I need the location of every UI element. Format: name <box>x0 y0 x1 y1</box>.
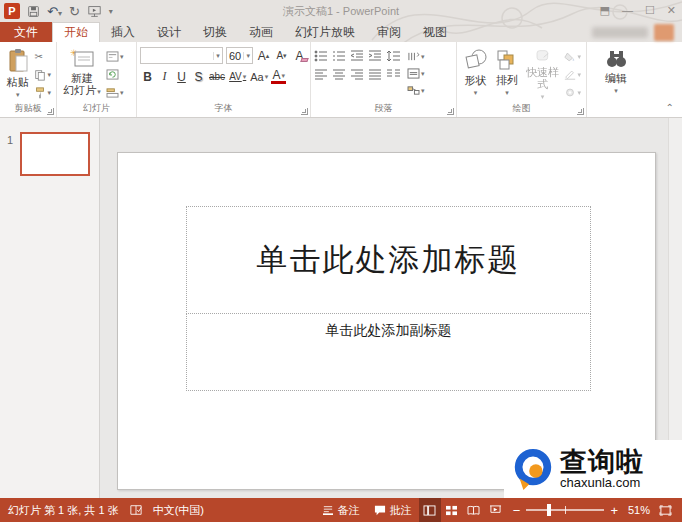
shape-fill-icon <box>564 51 576 62</box>
collapse-ribbon-icon[interactable]: ⌃ <box>666 102 674 113</box>
section-button[interactable] <box>104 85 126 100</box>
format-painter-button[interactable] <box>32 85 53 100</box>
language-indicator[interactable]: 中文(中国) <box>153 503 204 518</box>
subtitle-placeholder[interactable]: 单击此处添加副标题 <box>186 313 591 391</box>
save-icon[interactable] <box>27 5 40 18</box>
shapes-button[interactable]: 形状 <box>460 45 491 103</box>
bullets-icon[interactable] <box>314 50 328 62</box>
start-slideshow-icon[interactable] <box>87 5 102 18</box>
align-left-icon[interactable] <box>314 68 328 80</box>
text-shadow-button[interactable]: S <box>191 68 206 85</box>
columns-icon[interactable] <box>386 68 401 80</box>
italic-button[interactable]: I <box>157 68 172 85</box>
tab-transitions[interactable]: 切换 <box>192 22 238 42</box>
slide-thumbnail-pane: 1 <box>0 118 100 498</box>
reset-slide-button[interactable] <box>104 67 126 82</box>
tab-design[interactable]: 设计 <box>146 22 192 42</box>
character-spacing-button[interactable]: AV <box>228 68 247 85</box>
clipboard-group: 粘贴 ✂ 剪贴板 <box>0 42 57 117</box>
minimize-icon[interactable]: — <box>622 2 633 18</box>
shape-effects-button[interactable] <box>562 85 583 100</box>
decrease-indent-icon[interactable] <box>350 50 364 62</box>
tab-slideshow[interactable]: 幻灯片放映 <box>284 22 366 42</box>
drawing-dialog-launcher[interactable] <box>577 108 584 115</box>
text-direction-icon <box>407 51 420 62</box>
line-spacing-icon[interactable] <box>386 50 401 62</box>
scissors-icon: ✂ <box>34 51 42 62</box>
text-direction-button[interactable] <box>405 49 427 64</box>
numbering-icon[interactable] <box>332 50 346 62</box>
customize-qat-icon[interactable]: ▾ <box>109 7 113 16</box>
align-center-icon[interactable] <box>332 68 346 80</box>
convert-to-smartart-button[interactable] <box>405 83 427 98</box>
account-avatar[interactable] <box>654 24 674 41</box>
font-color-button[interactable]: A <box>271 70 286 84</box>
comments-button[interactable]: 批注 <box>367 498 419 522</box>
strikethrough-button[interactable]: abc <box>208 68 226 85</box>
grow-font-button[interactable]: A▴ <box>256 47 271 64</box>
tab-review[interactable]: 审阅 <box>366 22 412 42</box>
window-controls: ⬒ — ☐ ✕ <box>600 2 677 18</box>
tab-animations[interactable]: 动画 <box>238 22 284 42</box>
align-right-icon[interactable] <box>350 68 364 80</box>
tab-file[interactable]: 文件 <box>0 22 52 42</box>
copy-button[interactable] <box>32 67 53 82</box>
layout-button[interactable] <box>104 49 126 64</box>
tab-view[interactable]: 视图 <box>412 22 458 42</box>
zoom-in-button[interactable]: + <box>610 504 618 517</box>
shape-fill-button[interactable] <box>562 49 583 64</box>
align-text-button[interactable] <box>405 66 427 81</box>
zoom-control: − + <box>507 504 624 517</box>
maximize-icon[interactable]: ☐ <box>645 2 655 18</box>
font-size-combobox[interactable]: 60▾ <box>226 47 253 64</box>
spellcheck-icon[interactable] <box>129 504 143 516</box>
font-name-combobox[interactable]: ▾ <box>140 47 223 64</box>
zoom-out-button[interactable]: − <box>513 504 521 517</box>
paste-button[interactable]: 粘贴 <box>3 45 32 103</box>
font-size-value: 60 <box>229 50 241 62</box>
shape-outline-button[interactable] <box>562 67 583 82</box>
reading-view-button[interactable] <box>463 498 485 522</box>
editing-button[interactable]: 编辑 <box>598 45 634 103</box>
clipboard-dialog-launcher[interactable] <box>47 108 54 115</box>
notes-button[interactable]: 备注 <box>315 498 367 522</box>
slide-thumbnail-1[interactable] <box>20 132 90 176</box>
normal-view-button[interactable] <box>419 498 441 522</box>
ribbon-home: 粘贴 ✂ 剪贴板 <box>0 42 682 118</box>
new-slide-label-line1: 新建 <box>71 72 93 84</box>
new-slide-icon: ✳ <box>69 48 95 70</box>
ribbon-display-options-icon[interactable]: ⬒ <box>600 2 610 18</box>
justify-icon[interactable] <box>368 68 382 80</box>
zoom-slider-thumb[interactable] <box>547 504 551 516</box>
zoom-level[interactable]: 51% <box>624 504 654 516</box>
arrange-button[interactable]: 排列 <box>491 45 522 103</box>
undo-icon[interactable]: ↶▾ <box>47 5 62 18</box>
underline-button[interactable]: U <box>174 68 189 85</box>
new-slide-button[interactable]: ✳ 新建 幻灯片 <box>60 45 104 103</box>
slides-group-label: 幻灯片 <box>57 102 136 115</box>
chaxunla-logo-icon <box>510 446 556 492</box>
bold-button[interactable]: B <box>140 68 155 85</box>
zoom-slider[interactable] <box>526 509 604 511</box>
cut-button[interactable]: ✂ <box>32 49 53 64</box>
shrink-font-button[interactable]: A▾ <box>274 47 289 64</box>
change-case-button[interactable]: Aa <box>249 68 269 85</box>
font-dialog-launcher[interactable] <box>301 108 308 115</box>
quick-styles-button[interactable]: 快速样式 <box>523 45 563 103</box>
editing-canvas: 单击此处添加标题 单击此处添加副标题 查询啦 chaxunla.com <box>100 118 682 498</box>
increase-indent-icon[interactable] <box>368 50 382 62</box>
redo-icon[interactable]: ↻ <box>69 5 80 18</box>
slideshow-view-button[interactable] <box>485 498 507 522</box>
powerpoint-app-icon[interactable]: P <box>4 3 20 19</box>
paragraph-group: 段落 <box>311 42 457 117</box>
close-icon[interactable]: ✕ <box>667 2 676 18</box>
tab-insert[interactable]: 插入 <box>100 22 146 42</box>
tab-home[interactable]: 开始 <box>52 22 100 42</box>
paragraph-dialog-launcher[interactable] <box>447 108 454 115</box>
chaxunla-watermark: 查询啦 chaxunla.com <box>504 440 682 498</box>
title-placeholder[interactable]: 单击此处添加标题 <box>186 206 591 314</box>
slide-sorter-view-button[interactable] <box>441 498 463 522</box>
slide-counter[interactable]: 幻灯片 第 1 张, 共 1 张 <box>8 503 119 518</box>
clear-formatting-button[interactable]: A <box>292 47 307 64</box>
fit-slide-to-window-button[interactable] <box>654 498 676 522</box>
